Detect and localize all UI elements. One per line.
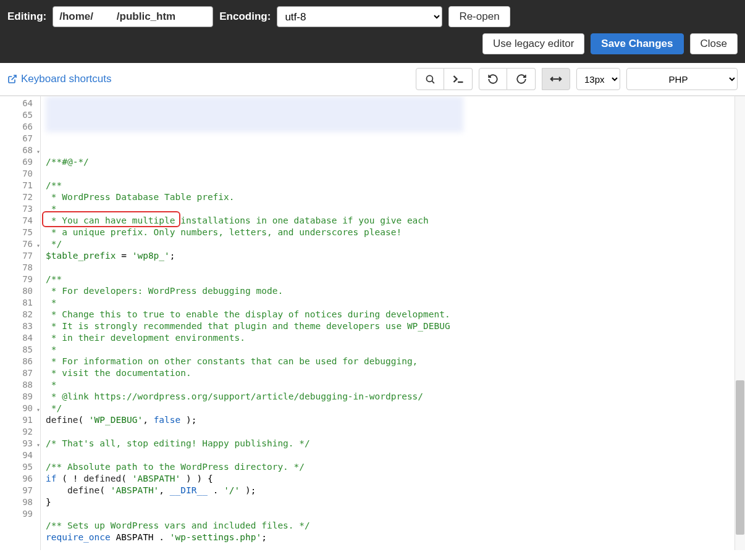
gutter-line: 89 [0,391,40,403]
svg-line-2 [432,81,434,83]
code-line[interactable] [41,508,734,520]
header-bar: Editing: Encoding: utf-8 Re-open Use leg… [0,0,745,63]
code-line[interactable] [41,262,734,274]
svg-line-0 [12,75,16,80]
gutter-line: 96 [0,473,40,485]
code-line[interactable]: $table_prefix = 'wp8p_'; [41,250,734,262]
keyboard-shortcuts-label: Keyboard shortcuts [21,73,111,85]
code-line[interactable]: * For developers: WordPress debugging mo… [41,285,734,297]
gutter-line: 73 [0,203,40,215]
code-line[interactable]: } [41,496,734,508]
code-line[interactable]: * [41,379,734,391]
code-line[interactable]: * It is strongly recommended that plugin… [41,320,734,332]
gutter-line: 77 [0,250,40,262]
search-button[interactable] [416,68,444,90]
code-line[interactable]: * You can have multiple installations in… [41,215,734,227]
gutter-line: 98 [0,496,40,508]
code-line[interactable]: /** [41,274,734,285]
code-line[interactable]: */ [41,403,734,414]
gutter-line: 83 [0,320,40,332]
gutter-line: 95 [0,461,40,473]
code-line[interactable]: /* That's all, stop editing! Happy publi… [41,438,734,449]
keyboard-shortcuts-link[interactable]: Keyboard shortcuts [7,73,111,85]
prompt-icon [452,75,465,83]
svg-point-1 [426,75,432,81]
code-line[interactable]: define( 'ABSPATH', __DIR__ . '/' ); [41,485,734,496]
gutter-line: 70 [0,168,40,180]
gutter-line: 90▾ [0,403,40,414]
gutter-line: 86 [0,356,40,367]
gutter-line: 72 [0,191,40,203]
code-line[interactable]: * [41,344,734,356]
code-line[interactable] [41,449,734,461]
code-content[interactable]: /**#@-*//** * WordPress Database Table p… [41,96,734,550]
gutter-line: 84 [0,332,40,344]
gutter-line: 68▾ [0,144,40,156]
gutter-line: 85 [0,344,40,356]
code-line[interactable] [41,133,734,144]
code-line[interactable] [41,426,734,438]
reopen-button[interactable]: Re-open [448,6,510,27]
code-line[interactable]: * a unique prefix. Only numbers, letters… [41,227,734,238]
code-line[interactable]: /** Absolute path to the WordPress direc… [41,461,734,473]
code-line[interactable] [41,168,734,180]
gutter-line: 64 [0,98,40,109]
gutter-line: 97 [0,485,40,496]
search-icon [425,74,436,85]
undo-button[interactable] [479,68,507,90]
redo-icon [516,73,527,85]
header-row-2: Use legacy editor Save Changes Close [0,33,745,63]
gutter-line: 65 [0,109,40,121]
gutter-line: 76▾ [0,238,40,250]
console-button[interactable] [444,68,473,90]
gutter-line: 87 [0,367,40,379]
redo-button[interactable] [507,68,536,90]
code-line[interactable]: * @link https://wordpress.org/support/ar… [41,391,734,403]
vertical-scrollbar[interactable] [734,96,745,550]
code-line[interactable]: * For information on other constants tha… [41,356,734,367]
scrollbar-thumb[interactable] [736,380,744,535]
redacted-region [46,96,463,132]
code-line[interactable]: /**#@-*/ [41,156,734,168]
code-line[interactable]: * in their development environments. [41,332,734,344]
code-line[interactable]: define( 'WP_DEBUG', false ); [41,414,734,426]
gutter-line: 74 [0,215,40,227]
history-group [479,68,536,90]
header-row-1: Editing: Encoding: utf-8 Re-open [0,0,745,33]
language-select[interactable]: PHP [626,68,738,90]
save-changes-button[interactable]: Save Changes [591,33,683,54]
editor-toolbar: Keyboard shortcuts [0,63,745,96]
undo-icon [487,73,499,85]
code-line[interactable]: * WordPress Database Table prefix. [41,191,734,203]
gutter-line: 66 [0,121,40,133]
encoding-select[interactable]: utf-8 [277,6,442,27]
wrap-toggle-button[interactable] [542,68,570,90]
wrap-icon [550,75,562,83]
code-line[interactable]: * [41,203,734,215]
legacy-editor-button[interactable]: Use legacy editor [482,33,584,54]
code-line[interactable]: * [41,297,734,309]
font-size-select[interactable]: 13px [576,68,620,90]
gutter-line: 88 [0,379,40,391]
code-line[interactable] [41,543,734,550]
line-gutter: 6465666768▾6970717273747576▾777879808182… [0,96,41,550]
code-line[interactable]: if ( ! defined( 'ABSPATH' ) ) { [41,473,734,485]
code-line[interactable]: /** Sets up WordPress vars and included … [41,520,734,532]
editing-label: Editing: [7,10,46,23]
close-button[interactable]: Close [690,33,738,54]
code-line[interactable]: */ [41,238,734,250]
gutter-line: 94 [0,449,40,461]
encoding-label: Encoding: [219,10,271,23]
code-line[interactable]: * visit the documentation. [41,367,734,379]
gutter-line: 80 [0,285,40,297]
gutter-line: 99 [0,508,40,520]
gutter-line: 79 [0,274,40,285]
code-line[interactable]: * Change this to true to enable the disp… [41,309,734,320]
gutter-line: 92 [0,426,40,438]
code-line[interactable]: require_once ABSPATH . 'wp-settings.php'… [41,532,734,543]
code-line[interactable]: /** [41,180,734,191]
search-group [416,68,473,90]
gutter-line: 81 [0,297,40,309]
code-line[interactable] [41,144,734,156]
file-path-input[interactable] [53,6,213,27]
